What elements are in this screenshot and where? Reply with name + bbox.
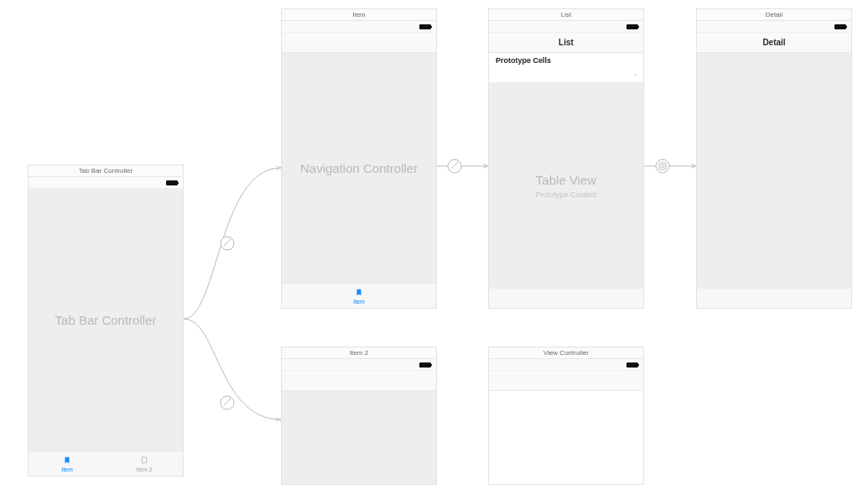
battery-icon (834, 24, 846, 29)
scene-tab-bar-controller[interactable]: Tab Bar Controller Tab Bar Controller It… (28, 164, 184, 477)
scene-body (282, 391, 436, 484)
tab-bar-item-1[interactable]: Item (29, 451, 106, 476)
scene-detail[interactable]: Detail Detail (696, 8, 852, 309)
scene-body (697, 53, 851, 288)
status-bar (489, 21, 643, 33)
prototype-cells-header: Prototype Cells (489, 53, 643, 66)
battery-icon (626, 362, 638, 368)
tab-bar-item-label: Item 2 (136, 467, 152, 472)
table-body: Table View Prototype Content (489, 83, 643, 288)
bottom-bar (697, 288, 851, 308)
bottom-bar (489, 288, 643, 308)
tab-bar-item[interactable]: Item (346, 284, 372, 308)
scene-list[interactable]: List List Prototype Cells › Table View P… (488, 8, 644, 309)
bookmark-icon (140, 455, 148, 466)
bottom-bar: Item (282, 283, 436, 308)
bookmark-icon (355, 287, 363, 298)
scene-title: Item (282, 9, 436, 21)
placeholder-sub-label: Prototype Content (536, 190, 597, 199)
nav-title: List (559, 38, 574, 47)
navigation-bar (489, 371, 643, 391)
svg-point-2 (448, 159, 461, 173)
status-bar (697, 21, 851, 33)
battery-icon (626, 24, 638, 29)
svg-rect-4 (659, 163, 666, 169)
scene-title: List (489, 9, 643, 21)
bookmark-icon (63, 455, 71, 466)
placeholder-label: Tab Bar Controller (55, 313, 157, 327)
placeholder-label: Table View (536, 173, 596, 187)
tab-bar-item-label: Item (353, 299, 365, 305)
tab-bar-item-label: Item (61, 467, 73, 472)
scene-title: Detail (697, 9, 851, 21)
navigation-bar: List (489, 33, 643, 53)
scene-body (489, 391, 643, 484)
status-bar (282, 359, 436, 371)
status-bar (282, 21, 436, 33)
scene-title: View Controller (489, 347, 643, 359)
nav-title: Detail (762, 38, 785, 47)
scene-navigation-controller-item[interactable]: Item Navigation Controller Item (281, 8, 437, 309)
scene-body: Tab Bar Controller (29, 189, 183, 451)
prototype-cell[interactable]: › (489, 66, 643, 83)
tab-bar: Item Item 2 (29, 451, 183, 476)
status-bar (489, 359, 643, 371)
scene-body: Navigation Controller (282, 53, 436, 283)
table-section: Prototype Cells › (489, 53, 643, 83)
scene-navigation-controller-item-2[interactable]: Item 2 (281, 347, 437, 485)
navigation-bar (282, 371, 436, 391)
scene-title: Item 2 (282, 347, 436, 359)
placeholder-label: Navigation Controller (300, 161, 418, 175)
svg-point-5 (661, 164, 664, 168)
svg-point-1 (221, 396, 234, 409)
battery-icon (166, 180, 178, 185)
navigation-bar: Detail (697, 33, 851, 53)
scene-view-controller[interactable]: View Controller (488, 347, 644, 485)
battery-icon (419, 24, 431, 29)
svg-point-0 (221, 237, 234, 250)
scene-title: Tab Bar Controller (29, 165, 183, 177)
status-bar (29, 177, 183, 189)
battery-icon (419, 362, 431, 368)
svg-point-3 (656, 159, 669, 173)
disclosure-indicator-icon: › (634, 70, 637, 79)
navigation-bar (282, 33, 436, 53)
tab-bar-item-2[interactable]: Item 2 (106, 451, 183, 476)
